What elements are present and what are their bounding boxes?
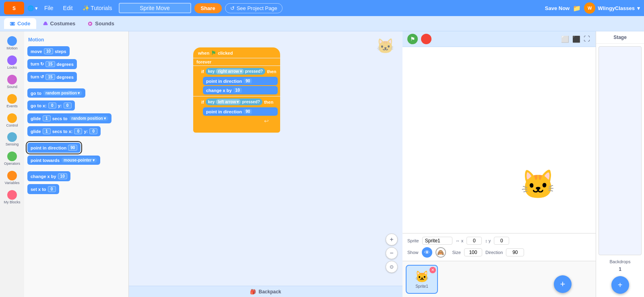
see-project-button[interactable]: ↺ See Project Page (225, 3, 283, 13)
block-move-row: move 10 steps (27, 45, 126, 57)
motion-circle (7, 36, 17, 46)
block-glide-row: glide 1 secs to random position ▾ (27, 112, 126, 125)
zoom-out-button[interactable]: − (386, 247, 398, 259)
fullscreen-button[interactable]: ⛶ (583, 35, 591, 44)
if-right-condition[interactable]: key right arrow ▾ pressed? (206, 68, 265, 75)
stage-panel: ⚑ ⬜ ⬛ ⛶ 🐱 Sprite ↔ x ↕ y (402, 31, 596, 297)
category-sensing[interactable]: Sensing (0, 131, 24, 148)
flag-icon-canvas: ⚑ (211, 50, 216, 56)
point-dir-block-1[interactable]: point in direction 90 (203, 77, 278, 85)
category-operators[interactable]: Operators (0, 150, 24, 168)
sprite-thumb-sprite1[interactable]: ✕ 🐱 Sprite1 (406, 265, 438, 294)
tab-sounds[interactable]: Sounds (82, 18, 120, 29)
y-coord-label: ↕ y (485, 238, 491, 243)
sprite-delete-button[interactable]: ✕ (429, 267, 436, 273)
glide-dropdown[interactable]: random position ▾ (69, 116, 108, 121)
block-goto-row: go to random position ▾ (27, 87, 126, 99)
size-input[interactable] (464, 248, 482, 256)
looks-label: Looks (7, 66, 17, 70)
project-title-input[interactable] (119, 3, 191, 13)
block-goto[interactable]: go to random position ▾ (27, 88, 85, 98)
scratch-cat-watermark: 🐱 (376, 38, 394, 55)
green-flag-button[interactable]: ⚑ (407, 34, 418, 44)
category-motion[interactable]: Motion (0, 35, 24, 52)
block-change-x[interactable]: change x by 10 (27, 171, 70, 181)
svg-text:S: S (12, 6, 16, 11)
block-glide[interactable]: glide 1 secs to random position ▾ (27, 113, 111, 123)
block-move[interactable]: move 10 steps (27, 46, 70, 56)
block-point-direction-row: point in direction 90 (27, 141, 126, 154)
globe-chevron: ▾ (35, 5, 38, 11)
sprite-name-input[interactable] (422, 237, 452, 245)
blocks-list: Motion move 10 steps turn ↻ 15 degrees (24, 31, 128, 297)
category-sound[interactable]: Sound (0, 73, 24, 91)
zoom-in-button[interactable]: + (386, 234, 398, 246)
tab-costumes[interactable]: Costumes (37, 18, 81, 29)
file-menu-button[interactable]: File (41, 3, 57, 13)
category-events[interactable]: Events (0, 92, 24, 110)
sprite-thumb-label: Sprite1 (415, 284, 428, 289)
stage-canvas: 🐱 (402, 47, 596, 233)
add-backdrop-button[interactable]: + (611, 276, 629, 294)
tab-costumes-label: Costumes (50, 20, 76, 27)
tab-code-label: Code (17, 20, 31, 27)
see-project-label: See Project Page (237, 5, 277, 11)
globe-icon: 🌐 (27, 5, 34, 11)
folder-icon[interactable]: 📁 (573, 4, 581, 12)
category-control[interactable]: Control (0, 112, 24, 129)
block-turn-right-row: turn ↻ 15 degrees (27, 58, 126, 70)
svg-rect-2 (10, 22, 15, 25)
backpack-label: Backpack (258, 289, 281, 295)
x-coord-input[interactable] (466, 237, 482, 245)
when-clicked-block[interactable]: when ⚑ clicked forever if key (193, 47, 280, 133)
backpack-bar[interactable]: 🎒 Backpack (129, 286, 402, 297)
sounds-icon (87, 21, 93, 27)
category-looks[interactable]: Looks (0, 54, 24, 72)
user-chevron: ▾ (637, 5, 640, 11)
stage-cat-sprite: 🐱 (520, 168, 555, 201)
block-point-towards[interactable]: point towards mouse-pointer ▾ (27, 156, 100, 165)
globe-button[interactable]: 🌐 ▾ (27, 5, 38, 11)
user-name: WlingyClasses (598, 5, 635, 11)
user-menu[interactable]: W WlingyClasses ▾ (584, 2, 640, 14)
operators-label: Operators (4, 162, 20, 166)
goto-dropdown[interactable]: random position ▾ (43, 90, 82, 96)
if-left-condition[interactable]: key left arrow ▾ pressed? (206, 98, 262, 105)
block-turn-left-row: turn ↺ 15 degrees (27, 71, 126, 83)
block-set-x[interactable]: set x to 0 (27, 184, 59, 194)
main-layout: Motion Looks Sound Events Control Sensin… (0, 31, 644, 297)
add-sprite-button[interactable]: + (554, 275, 572, 293)
sensing-label: Sensing (6, 143, 19, 147)
change-x-block[interactable]: change x by 10 (203, 86, 278, 94)
point-dir-block-2[interactable]: point in direction 90 (203, 107, 278, 116)
zoom-reset-button[interactable]: ⊙ (386, 261, 398, 273)
direction-input[interactable] (506, 248, 524, 256)
edit-menu-button[interactable]: Edit (60, 3, 76, 13)
stage-panel-title: Stage (596, 31, 644, 44)
tab-code[interactable]: Code (4, 18, 36, 29)
normal-stage-button[interactable]: ⬛ (572, 35, 581, 44)
scratch-logo[interactable]: S (4, 2, 24, 14)
category-myblocks[interactable]: My Blocks (0, 188, 24, 206)
backdrops-label: Backdrops (596, 258, 644, 266)
save-now-button[interactable]: Save Now (545, 5, 570, 11)
point-towards-dropdown[interactable]: mouse-pointer ▾ (61, 158, 97, 163)
script-canvas[interactable]: 🐱 when ⚑ clicked forever (129, 31, 402, 297)
block-glide-xy[interactable]: glide 1 secs to x: 0 y: 0 (27, 126, 101, 136)
block-turn-left[interactable]: turn ↺ 15 degrees (27, 72, 77, 82)
y-coord-input[interactable] (494, 237, 509, 245)
block-point-towards-row: point towards mouse-pointer ▾ (27, 154, 126, 166)
block-goto-xy[interactable]: go to x: 0 y: 0 (27, 100, 75, 111)
block-turn-right[interactable]: turn ↻ 15 degrees (27, 59, 77, 69)
block-point-direction[interactable]: point in direction 90 (27, 143, 80, 153)
small-stage-button[interactable]: ⬜ (560, 35, 570, 44)
show-visible-button[interactable]: 👁 (422, 247, 432, 258)
zoom-controls: + − ⊙ (386, 234, 398, 273)
stop-button[interactable] (421, 34, 431, 44)
category-variables[interactable]: Variables (0, 169, 24, 187)
show-label: Show (407, 250, 419, 255)
share-button[interactable]: Share (194, 3, 222, 13)
tutorials-button[interactable]: ✨ Tutorials (79, 3, 116, 13)
show-hidden-button[interactable]: 🙈 (436, 247, 446, 258)
sensing-circle (7, 132, 17, 142)
